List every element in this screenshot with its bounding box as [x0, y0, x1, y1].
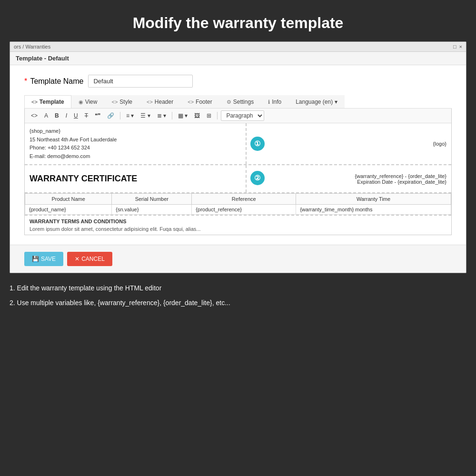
expiration-date: Expiration Date - {expiration_date_lite} — [270, 179, 446, 185]
logo-area: ① {logo} — [247, 123, 451, 164]
font-btn[interactable]: A — [42, 111, 50, 120]
bold-btn[interactable]: B — [52, 111, 61, 120]
cell-reference: {product_reference} — [192, 205, 296, 215]
editor-toolbar: <> A B I U T ❝❞ 🔗 ≡ ▾ ☰ ▾ ≣ ▾ ▦ ▾ 🖼 ⊞ Pa… — [25, 109, 451, 123]
table-row: {product_name} {sn.value} {product_refer… — [25, 205, 451, 215]
settings-tab-icon: ⚙ — [227, 99, 231, 105]
save-icon: 💾 — [32, 256, 39, 262]
description-item-2: 2. Use multiple variables like, {warrant… — [10, 298, 466, 308]
table-row-container: Product Name Serial Number Reference War… — [25, 193, 451, 216]
underline-btn[interactable]: U — [71, 111, 80, 120]
shop-name: {shop_name} — [30, 127, 241, 136]
col-serial-number: Serial Number — [112, 194, 192, 205]
image-btn[interactable]: 🖼 — [192, 111, 202, 120]
description-section: 1. Edit the warranty template using the … — [0, 273, 476, 326]
tab-settings-label: Settings — [233, 99, 254, 105]
separator-1 — [120, 112, 120, 119]
footer-tab-icon: <> — [188, 99, 194, 105]
col-warranty-time: Warranty Time — [296, 194, 451, 205]
tab-view[interactable]: ◉ View — [71, 95, 105, 108]
style-tab-icon: <> — [111, 99, 118, 105]
header-row: {shop_name} 15 Northeast 4th Ave Fort La… — [25, 123, 451, 165]
shop-phone: Phone: +40 1234 652 324 — [30, 144, 241, 152]
template-name-input[interactable] — [88, 75, 193, 88]
list-btn[interactable]: ☰ ▾ — [138, 111, 152, 120]
save-button[interactable]: 💾 SAVE — [24, 252, 63, 266]
tab-info[interactable]: ℹ Info — [261, 95, 288, 108]
tab-language[interactable]: Language (en) ▾ — [288, 95, 344, 108]
terms-row: WARRANTY TERMS AND CONDITIONS Lorem ipsu… — [25, 216, 451, 235]
info-tab-icon: ℹ — [268, 99, 270, 105]
col-product-name: Product Name — [25, 194, 112, 205]
tab-template[interactable]: <> Template — [24, 95, 71, 108]
breadcrumb: ors / Warranties — [14, 44, 50, 50]
tab-settings[interactable]: ⚙ Settings — [219, 95, 261, 108]
action-buttons: 💾 SAVE ✕ CANCEL — [10, 245, 466, 273]
logo-placeholder: {logo} — [433, 141, 446, 147]
view-tab-icon: ◉ — [79, 99, 83, 105]
tab-style[interactable]: <> Style — [104, 95, 139, 108]
warranty-ref: {warranty_reference} - {order_date_lite} — [270, 173, 446, 179]
cert-row: WARRANTY CERTIFICATE ② {warranty_referen… — [25, 165, 451, 193]
tab-header[interactable]: <> Header — [139, 95, 180, 108]
tab-language-label: Language (en) ▾ — [296, 99, 337, 105]
save-label: SAVE — [41, 256, 56, 262]
template-tab-icon: <> — [31, 99, 38, 105]
terms-text: Lorem ipsum dolor sit amet, consectetur … — [30, 226, 446, 232]
tab-footer[interactable]: <> Footer — [180, 95, 219, 108]
ordered-list-btn[interactable]: ≣ ▾ — [155, 111, 169, 120]
editor-area: <> A B I U T ❝❞ 🔗 ≡ ▾ ☰ ▾ ≣ ▾ ▦ ▾ 🖼 ⊞ Pa… — [24, 109, 452, 235]
table-btn[interactable]: ▦ ▾ — [176, 111, 190, 120]
separator-2 — [172, 112, 172, 119]
description-item-1: 1. Edit the warranty template using the … — [10, 283, 466, 293]
tab-footer-label: Footer — [196, 99, 212, 105]
warranty-table: Product Name Serial Number Reference War… — [25, 193, 451, 215]
window-chrome: ors / Warranties □ × — [10, 42, 466, 52]
editor-content[interactable]: {shop_name} 15 Northeast 4th Ave Fort La… — [25, 123, 451, 235]
window-content: * Template Name <> Template ◉ View <> St… — [10, 65, 466, 245]
tab-header-label: Header — [155, 99, 173, 105]
cert-title-area: WARRANTY CERTIFICATE — [25, 165, 247, 192]
code-btn[interactable]: <> — [29, 111, 40, 120]
italic-btn[interactable]: I — [63, 111, 69, 120]
cancel-button[interactable]: ✕ CANCEL — [67, 252, 112, 266]
close-icon[interactable]: × — [459, 44, 462, 50]
shop-email: E-mail: demo@demo.com — [30, 152, 241, 161]
align-btn[interactable]: ≡ ▾ — [124, 111, 136, 120]
tab-view-label: View — [85, 99, 98, 105]
cert-title: WARRANTY CERTIFICATE — [30, 174, 137, 184]
link-btn[interactable]: 🔗 — [105, 111, 117, 120]
template-name-label: * Template Name — [24, 77, 83, 86]
badge-1: ① — [250, 137, 265, 151]
cell-product-name: {product_name} — [25, 205, 112, 215]
shop-address: 15 Northeast 4th Ave Fort Lauderdale — [30, 136, 241, 144]
tabs-bar: <> Template ◉ View <> Style <> Header <>… — [24, 95, 452, 109]
cell-serial-number: {sn.value} — [112, 205, 192, 215]
paragraph-dropdown[interactable]: Paragraph — [221, 110, 264, 121]
separator-3 — [217, 112, 218, 119]
terms-title: WARRANTY TERMS AND CONDITIONS — [30, 218, 446, 224]
required-star: * — [24, 77, 27, 85]
screenshot-container: ors / Warranties □ × Template - Default … — [10, 41, 466, 273]
header-tab-icon: <> — [147, 99, 153, 105]
shop-info: {shop_name} 15 Northeast 4th Ave Fort La… — [25, 123, 247, 164]
strikethrough-btn[interactable]: T — [82, 111, 90, 120]
quote-btn[interactable]: ❝❞ — [92, 111, 103, 120]
template-name-group: * Template Name — [24, 75, 452, 88]
cancel-label: CANCEL — [81, 256, 105, 262]
embed-btn[interactable]: ⊞ — [204, 111, 214, 120]
tab-style-label: Style — [119, 99, 132, 105]
cancel-icon: ✕ — [75, 256, 79, 262]
window-titlebar: Template - Default — [10, 52, 466, 65]
cert-reference-area: ② {warranty_reference} - {order_date_lit… — [247, 165, 451, 192]
tab-info-label: Info — [272, 99, 281, 105]
minimize-icon[interactable]: □ — [453, 44, 456, 50]
col-reference: Reference — [192, 194, 296, 205]
tab-template-label: Template — [40, 99, 64, 105]
page-title: Modify the warranty template — [0, 0, 476, 41]
window-controls: □ × — [453, 44, 462, 50]
cell-warranty-time: {warranty_time_month} months — [296, 205, 451, 215]
